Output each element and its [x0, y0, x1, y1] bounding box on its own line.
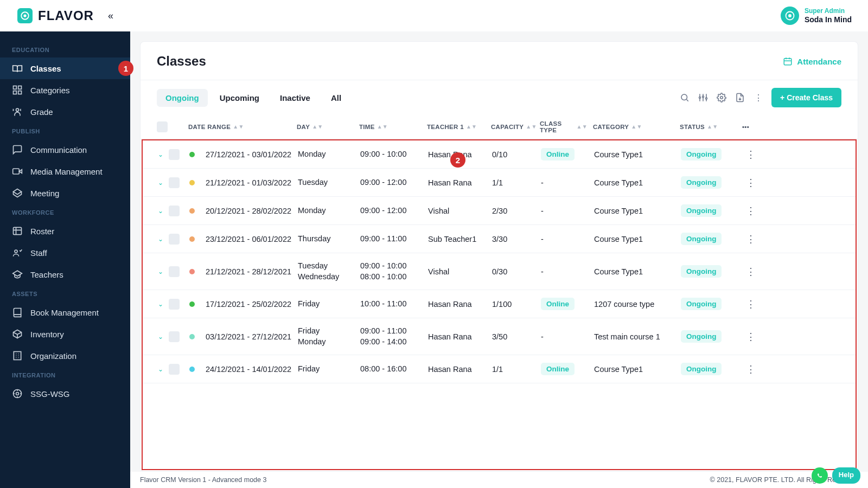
cell-capacity: 0/10 — [492, 150, 541, 159]
expand-row-icon[interactable]: ⌄ — [158, 151, 163, 158]
sidebar-item-ssg-wsg[interactable]: SSG-WSG — [0, 383, 130, 404]
cell-date: 21/12/2021 - 01/03/2022 — [206, 178, 291, 187]
sidebar-item-categories[interactable]: Categories — [0, 79, 130, 101]
logo[interactable]: FLAVOR « — [17, 8, 113, 23]
export-icon[interactable] — [735, 92, 745, 103]
row-actions-icon[interactable]: ⋮ — [739, 266, 756, 278]
help-button[interactable]: Help — [832, 467, 860, 484]
expand-row-icon[interactable]: ⌄ — [158, 333, 163, 341]
class-type-tag: Online — [541, 298, 575, 310]
cell-category: Test main course 1 — [594, 332, 681, 341]
tab-all[interactable]: All — [322, 89, 350, 107]
table-row[interactable]: ⌄23/12/2021 - 06/01/2022Thursday09:00 - … — [143, 225, 856, 253]
table-row[interactable]: ⌄03/12/2021 - 27/12/2021FridayMonday09:0… — [143, 318, 856, 355]
tab-upcoming[interactable]: Upcoming — [211, 89, 268, 107]
sidebar-item-roster[interactable]: Roster — [0, 220, 130, 242]
cell-day: Thursday — [298, 234, 360, 245]
sidebar-item-label: Classes — [30, 64, 61, 73]
table-body: ⌄27/12/2021 - 03/01/2022Monday09:00 - 10… — [142, 139, 857, 470]
collapse-sidebar-icon[interactable]: « — [108, 10, 113, 22]
sidebar-item-inventory[interactable]: Inventory — [0, 323, 130, 345]
svg-rect-12 — [14, 352, 21, 360]
table-row[interactable]: ⌄17/12/2021 - 25/02/2022Friday10:00 - 11… — [143, 290, 856, 318]
row-actions-icon[interactable]: ⋮ — [739, 331, 756, 343]
th-date[interactable]: DATE RANGE — [188, 124, 231, 130]
tab-inactive[interactable]: Inactive — [271, 89, 319, 107]
svg-rect-4 — [14, 86, 17, 89]
sidebar-item-meeting[interactable]: Meeting — [0, 182, 130, 204]
status-badge: Ongoing — [681, 298, 722, 310]
callout-2: 2 — [450, 152, 465, 168]
row-checkbox[interactable] — [169, 331, 180, 342]
row-checkbox[interactable] — [169, 177, 180, 188]
expand-row-icon[interactable]: ⌄ — [158, 268, 163, 275]
gear-icon[interactable] — [716, 92, 727, 103]
expand-row-icon[interactable]: ⌄ — [158, 300, 163, 308]
table-row[interactable]: ⌄24/12/2021 - 14/01/2022Friday08:00 - 16… — [143, 355, 856, 383]
expand-row-icon[interactable]: ⌄ — [158, 365, 163, 373]
row-actions-icon[interactable]: ⋮ — [739, 149, 756, 160]
th-time[interactable]: TIME — [359, 124, 375, 130]
sidebar-item-book-management[interactable]: Book Management — [0, 301, 130, 323]
table-row[interactable]: ⌄27/12/2021 - 03/01/2022Monday09:00 - 10… — [143, 140, 856, 169]
row-checkbox[interactable] — [169, 364, 180, 375]
status-dot — [189, 180, 195, 185]
table-row[interactable]: ⌄20/12/2021 - 28/02/2022Monday09:00 - 12… — [143, 197, 856, 225]
expand-row-icon[interactable]: ⌄ — [158, 179, 163, 187]
cell-teacher: Vishal — [428, 267, 492, 276]
th-category[interactable]: CATEGORY — [593, 124, 629, 130]
filter-icon[interactable] — [698, 92, 709, 103]
sidebar-item-label: Meeting — [30, 189, 59, 198]
cell-classtype: - — [541, 332, 594, 341]
row-checkbox[interactable] — [169, 266, 180, 277]
user-role: Super Admin — [805, 8, 852, 15]
cell-time: 10:00 - 11:00 — [360, 299, 428, 310]
toolbar: ⋮ + Create Class — [679, 88, 841, 107]
row-actions-icon[interactable]: ⋮ — [739, 233, 756, 245]
sidebar-item-staff[interactable]: Staff — [0, 242, 130, 264]
sidebar-item-teachers[interactable]: Teachers — [0, 264, 130, 285]
row-checkbox[interactable] — [169, 234, 180, 245]
row-actions-icon[interactable]: ⋮ — [739, 363, 756, 375]
th-capacity[interactable]: CAPACITY — [491, 124, 524, 130]
sidebar-item-classes[interactable]: Classes — [0, 57, 130, 79]
table-row[interactable]: ⌄21/12/2021 - 01/03/2022Tuesday09:00 - 1… — [143, 169, 856, 197]
expand-row-icon[interactable]: ⌄ — [158, 207, 163, 215]
create-class-button[interactable]: + Create Class — [771, 88, 841, 107]
cell-status: Ongoing — [681, 265, 739, 278]
attendance-link[interactable]: Attendance — [783, 56, 841, 66]
search-icon[interactable] — [679, 92, 690, 103]
panel-head: Classes Attendance — [141, 42, 858, 80]
th-teacher[interactable]: TEACHER 1 — [427, 124, 464, 130]
cell-status: Ongoing — [681, 330, 739, 343]
cell-day: Monday — [298, 149, 360, 160]
th-day[interactable]: DAY — [297, 124, 310, 130]
cell-day: Friday — [298, 364, 360, 375]
class-type-tag: Online — [541, 148, 575, 160]
row-checkbox[interactable] — [169, 149, 180, 160]
svg-rect-15 — [784, 59, 792, 65]
row-actions-icon[interactable]: ⋮ — [739, 298, 756, 310]
more-icon[interactable]: ⋮ — [753, 92, 764, 103]
sidebar-item-grade[interactable]: Grade — [0, 101, 130, 123]
table-row[interactable]: ⌄21/12/2021 - 28/12/2021TuesdayWednesday… — [143, 253, 856, 290]
cell-classtype: - — [541, 267, 594, 276]
row-actions-icon[interactable]: ⋮ — [739, 177, 756, 189]
th-classtype[interactable]: CLASS TYPE — [540, 120, 575, 133]
row-checkbox[interactable] — [169, 206, 180, 216]
sidebar-item-media-management[interactable]: Media Management — [0, 160, 130, 182]
whatsapp-icon[interactable] — [812, 467, 828, 484]
sidebar-item-organization[interactable]: Organization — [0, 345, 130, 367]
cell-capacity: 0/30 — [492, 267, 541, 276]
th-status[interactable]: STATUS — [680, 124, 705, 130]
sidebar-section: INTEGRATION — [0, 367, 130, 383]
expand-row-icon[interactable]: ⌄ — [158, 235, 163, 243]
user-menu[interactable]: Super Admin Soda In Mind — [781, 7, 852, 25]
row-actions-icon[interactable]: ⋮ — [739, 205, 756, 217]
select-all-checkbox[interactable] — [157, 121, 168, 132]
sidebar-item-label: Media Management — [30, 167, 103, 176]
row-checkbox[interactable] — [169, 299, 180, 310]
sidebar-item-communication[interactable]: Communication — [0, 139, 130, 160]
tab-ongoing[interactable]: Ongoing — [157, 89, 208, 107]
nav-icon — [12, 307, 23, 318]
